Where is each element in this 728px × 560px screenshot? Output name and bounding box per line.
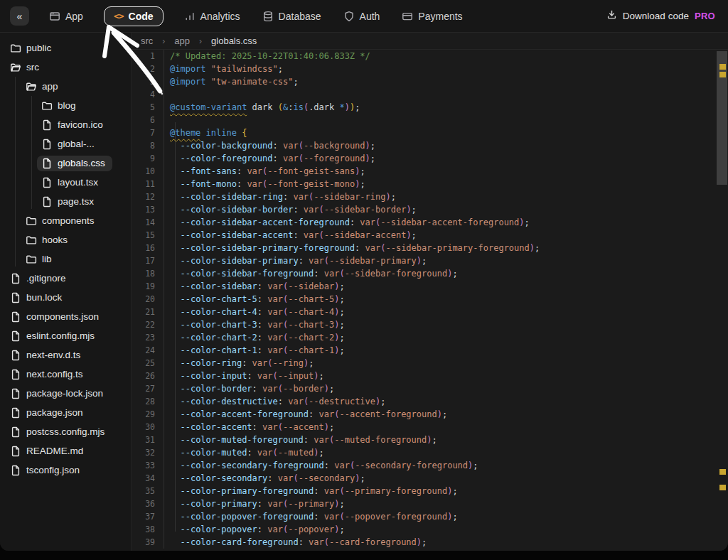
workspace-panel: « App<>CodeAnalyticsDatabaseAuthPayments… xyxy=(0,0,728,551)
breadcrumb-item[interactable]: globals.css xyxy=(211,36,257,46)
code-line-content[interactable]: --color-sidebar-primary-foreground: var(… xyxy=(164,242,728,254)
code-line-content[interactable]: --color-primary-foreground: var(--primar… xyxy=(164,485,728,497)
tree-item-label: eslint.config.mjs xyxy=(26,330,95,341)
folder-item-blog[interactable]: blog xyxy=(0,96,131,115)
code-line-content[interactable]: --color-destructive: var(--destructive); xyxy=(164,395,728,408)
file-item-postcss.config.mjs[interactable]: postcss.config.mjs xyxy=(0,422,131,441)
breadcrumb-item[interactable]: src xyxy=(141,36,153,46)
code-token: --color-ring xyxy=(180,358,242,368)
sidebar-collapse-button[interactable]: « xyxy=(10,6,29,26)
folder-item-hooks[interactable]: hooks xyxy=(0,230,131,249)
file-item-page.tsx[interactable]: page.tsx xyxy=(0,192,131,211)
file-icon xyxy=(10,426,21,438)
code-token: @import xyxy=(170,77,206,87)
code-line-content[interactable]: --color-chart-5: var(--chart-5); xyxy=(164,293,728,306)
download-code-label: Download code xyxy=(623,11,689,21)
tab-app[interactable]: App xyxy=(48,7,85,26)
code-line-content[interactable]: --color-chart-1: var(--chart-1); xyxy=(164,344,728,357)
breadcrumb: src›app›globals.css xyxy=(132,33,728,50)
code-line-content[interactable]: --color-sidebar-border: var(--sidebar-bo… xyxy=(164,203,728,216)
code-line-content[interactable]: --color-sidebar: var(--sidebar); xyxy=(164,280,728,293)
code-line-content[interactable]: --color-chart-4: var(--chart-4); xyxy=(164,306,728,318)
tab-payments[interactable]: Payments xyxy=(400,7,464,26)
tree-item-label: src xyxy=(26,62,39,72)
code-token: var xyxy=(283,154,299,163)
code-line: 31 --color-muted-foreground: var(--muted… xyxy=(132,434,728,446)
line-number: 9 xyxy=(132,154,164,163)
code-line-content[interactable]: --color-secondary: var(--secondary); xyxy=(164,472,728,485)
code-line-content[interactable]: --color-chart-3: var(--chart-3); xyxy=(164,318,728,331)
code-line-content[interactable]: --color-primary: var(--primary); xyxy=(164,497,728,510)
file-item-favicon.ico[interactable]: favicon.ico xyxy=(0,115,131,134)
breadcrumb-item[interactable]: app xyxy=(174,36,190,46)
code-line-content[interactable] xyxy=(164,114,728,126)
code-line-content[interactable]: --color-sidebar-accent: var(--sidebar-ac… xyxy=(164,229,728,242)
folder-item-src[interactable]: src xyxy=(0,58,131,77)
code-token: ; xyxy=(370,154,375,163)
code-line-content[interactable] xyxy=(164,88,728,101)
code-line-content[interactable]: /* Updated: 2025-10-22T01:40:06.833Z */ xyxy=(164,50,728,63)
file-item-next-env.d.ts[interactable]: next-env.d.ts xyxy=(0,345,131,365)
code-line-content[interactable]: --color-secondary-foreground: var(--seco… xyxy=(164,459,728,472)
code-token: --color-accent xyxy=(180,422,252,432)
code-line-content[interactable]: --color-background: var(--background); xyxy=(164,139,728,152)
tab-label: Payments xyxy=(418,11,462,22)
app-window: « App<>CodeAnalyticsDatabaseAuthPayments… xyxy=(0,0,728,560)
download-code-button[interactable]: Download code PRO xyxy=(606,9,715,23)
tab-analytics[interactable]: Analytics xyxy=(183,7,242,26)
code-token: var xyxy=(267,333,283,343)
file-item-eslint.config.mjs[interactable]: eslint.config.mjs xyxy=(0,326,131,345)
code-line-content[interactable]: --font-sans: var(--font-geist-sans); xyxy=(164,165,728,178)
code-line-content[interactable]: --color-sidebar-ring: var(--sidebar-ring… xyxy=(164,190,728,203)
code-line-content[interactable]: --color-sidebar-accent-foreground: var(-… xyxy=(164,216,728,229)
tab-code[interactable]: <>Code xyxy=(104,6,164,26)
file-item-globals.css[interactable]: globals.css xyxy=(0,154,131,173)
file-item-components.json[interactable]: components.json xyxy=(0,307,131,326)
file-item-package-lock.json[interactable]: package-lock.json xyxy=(0,384,131,403)
tree-item-label: next.config.ts xyxy=(26,369,83,379)
code-line-content[interactable]: @theme inline { xyxy=(164,126,728,139)
code-line-content[interactable]: --color-popover-foreground: var(--popove… xyxy=(164,510,728,523)
file-item-package.json[interactable]: package.json xyxy=(0,403,131,422)
code-token xyxy=(170,448,180,458)
file-item-layout.tsx[interactable]: layout.tsx xyxy=(0,173,131,192)
file-item-.gitignore[interactable]: .gitignore xyxy=(0,269,131,288)
code-token: ) xyxy=(324,384,329,394)
code-line-content[interactable]: --font-mono: var(--font-geist-mono); xyxy=(164,178,728,190)
folder-item-components[interactable]: components xyxy=(0,211,131,230)
code-line-content[interactable]: @custom-variant dark (&:is(.dark *)); xyxy=(164,101,728,114)
code-line-content[interactable]: --color-chart-2: var(--chart-2); xyxy=(164,331,728,344)
file-item-global-...[interactable]: global-... xyxy=(0,134,131,154)
code-line-content[interactable]: @import "tailwindcss"; xyxy=(164,63,728,75)
file-item-bun.lock[interactable]: bun.lock xyxy=(0,288,131,307)
code-line-content[interactable]: --color-muted: var(--muted); xyxy=(164,446,728,459)
code-line-content[interactable]: --color-sidebar-foreground: var(--sideba… xyxy=(164,267,728,280)
code-token: ; xyxy=(309,358,314,368)
file-item-next.config.ts[interactable]: next.config.ts xyxy=(0,365,131,384)
file-item-tsconfig.json[interactable]: tsconfig.json xyxy=(0,461,131,480)
code-line-content[interactable]: --color-border: var(--border); xyxy=(164,382,728,395)
code-line-content[interactable]: --color-accent: var(--accent); xyxy=(164,421,728,434)
code-line-content[interactable]: --color-input: var(--input); xyxy=(164,370,728,382)
code-token: --card-foreground xyxy=(329,537,417,547)
code-line-content[interactable]: --color-popover: var(--popover); xyxy=(164,523,728,536)
code-token: --border xyxy=(283,384,324,394)
code-line-content[interactable]: @import "tw-animate-css"; xyxy=(164,75,728,88)
folder-item-app[interactable]: app xyxy=(0,77,131,96)
code-line: 38 --color-popover: var(--popover); xyxy=(132,523,728,536)
folder-item-lib[interactable]: lib xyxy=(0,249,131,269)
code-line-content[interactable]: --color-foreground: var(--foreground); xyxy=(164,152,728,165)
code-token: --sidebar-border xyxy=(324,205,407,215)
tab-database[interactable]: Database xyxy=(261,7,323,26)
code-token xyxy=(170,358,180,368)
code-line-content[interactable]: --color-ring: var(--ring); xyxy=(164,357,728,370)
code-line-content[interactable]: --color-sidebar-primary: var(--sidebar-p… xyxy=(164,254,728,267)
file-item-readme.md[interactable]: README.md xyxy=(0,441,131,461)
code-token: --secondary xyxy=(299,473,355,483)
code-line-content[interactable]: --color-card-foreground: var(--card-fore… xyxy=(164,536,728,549)
folder-item-public[interactable]: public xyxy=(0,38,131,58)
breadcrumb-separator-icon: › xyxy=(162,36,165,46)
code-line-content[interactable]: --color-accent-foreground: var(--accent-… xyxy=(164,408,728,421)
code-line-content[interactable]: --color-muted-foreground: var(--muted-fo… xyxy=(164,434,728,446)
tab-auth[interactable]: Auth xyxy=(342,7,382,26)
